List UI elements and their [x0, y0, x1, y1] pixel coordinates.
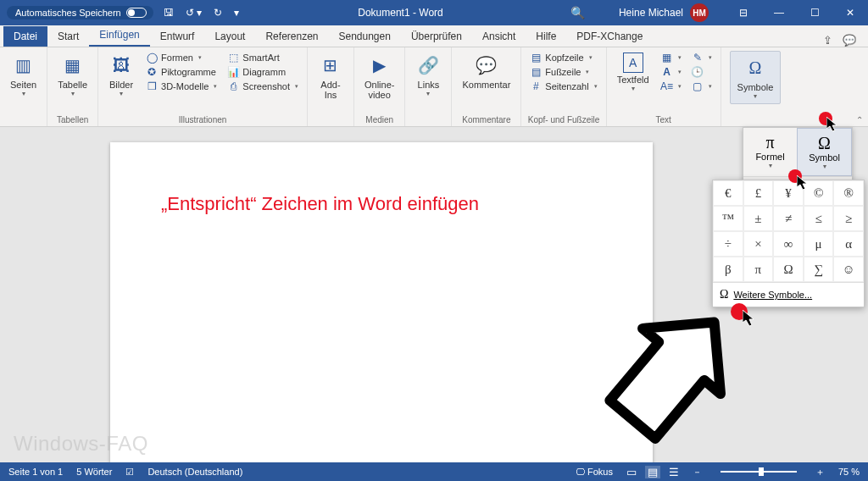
piktogramme-button[interactable]: ✪Piktogramme	[142, 65, 220, 79]
object-icon: ▢	[692, 80, 704, 92]
document-page[interactable]: „Entspricht“ Zeichen im Word einfügen	[110, 142, 653, 462]
3d-modelle-button[interactable]: ❒3D-Modelle▾	[142, 80, 220, 93]
zoom-out-icon[interactable]: －	[693, 466, 702, 478]
bilder-button[interactable]: 🖼 Bilder ▾	[103, 51, 139, 99]
symbol-button[interactable]: Ω Symbol ▾	[797, 128, 852, 176]
group-text: A Textfeld ▾ ▦▾ A▾ A≡▾ ✎▾ 🕒 ▢▾ Text	[607, 47, 721, 126]
smartart-icon: ⬚	[227, 52, 239, 64]
addins-button[interactable]: ⊞ Add- Ins	[313, 51, 348, 102]
tab-referenzen[interactable]: Referenzen	[255, 26, 328, 47]
symbol-cell[interactable]: ×	[743, 231, 774, 257]
smartart-button[interactable]: ⬚SmartArt	[224, 51, 302, 64]
collapse-ribbon-icon[interactable]: ⌃	[856, 115, 863, 124]
symbol-cell[interactable]: μ	[804, 231, 834, 257]
read-mode-icon[interactable]: ▭	[626, 466, 637, 478]
symbol-cell[interactable]: ☺	[833, 257, 864, 282]
cursor-icon	[797, 175, 810, 196]
maximize-icon[interactable]: ☐	[797, 0, 832, 25]
links-button[interactable]: 🔗 Links ▾	[410, 51, 446, 99]
symbol-cell[interactable]: ≤	[804, 206, 834, 231]
shapes-icon: ◯	[146, 52, 158, 64]
symbol-cell[interactable]: ®	[833, 180, 864, 206]
kopfzeile-button[interactable]: ▤Kopfzeile▾	[526, 51, 600, 64]
symbol-cell[interactable]: ∞	[773, 231, 804, 257]
signature-icon: ✎	[692, 52, 704, 64]
kommentar-button[interactable]: 💬 Kommentar	[457, 51, 515, 91]
symbol-cell[interactable]: ≠	[773, 206, 804, 231]
symbol-cell[interactable]: ™	[713, 206, 743, 231]
ribbon-options-icon[interactable]: ⊟	[726, 0, 761, 25]
symbol-cell[interactable]: π	[743, 257, 774, 282]
pagenum-icon: #	[530, 80, 542, 92]
proofing-icon[interactable]: ☑	[125, 467, 134, 478]
dropcap-icon: A≡	[661, 80, 673, 92]
tab-einfuegen[interactable]: Einfügen	[89, 25, 149, 47]
formen-button[interactable]: ◯Formen▾	[142, 51, 220, 64]
undo-icon[interactable]: ↺ ▾	[186, 7, 202, 19]
comments-icon[interactable]: 💬	[843, 34, 856, 47]
symbol-cell[interactable]: ≥	[833, 206, 864, 231]
tab-layout[interactable]: Layout	[204, 26, 255, 47]
symbole-button[interactable]: Ω Symbole ▾	[730, 51, 782, 104]
zoom-slider[interactable]	[721, 471, 797, 473]
dropcap-button[interactable]: A≡▾	[658, 80, 685, 93]
focus-mode[interactable]: 🖵 Fokus	[576, 467, 613, 477]
symbol-cell[interactable]: ±	[743, 206, 774, 231]
group-links: 🔗 Links ▾	[405, 47, 452, 126]
symbol-cell[interactable]: £	[743, 180, 774, 206]
tab-ansicht[interactable]: Ansicht	[472, 26, 526, 47]
language-status[interactable]: Deutsch (Deutschland)	[147, 467, 242, 477]
symbol-cell[interactable]: €	[713, 180, 743, 206]
fusszeile-button[interactable]: ▤Fußzeile▾	[526, 65, 600, 79]
word-count[interactable]: 5 Wörter	[76, 467, 112, 477]
zoom-level[interactable]: 75 %	[838, 467, 860, 477]
symbol-cell[interactable]: α	[833, 231, 864, 257]
share-icon[interactable]: ⇪	[823, 34, 832, 47]
tabelle-button[interactable]: ▦ Tabelle ▾	[53, 51, 92, 99]
symbol-cell[interactable]: ∑	[804, 257, 834, 282]
object-button[interactable]: ▢▾	[688, 80, 715, 93]
symbol-cell[interactable]: ÷	[713, 231, 743, 257]
symbol-cell[interactable]: β	[713, 257, 743, 282]
seitenzahl-button[interactable]: #Seitenzahl▾	[526, 80, 600, 93]
cube-icon: ❒	[146, 80, 158, 92]
watermark: Windows-FAQ	[14, 432, 148, 456]
toggle-icon	[126, 8, 147, 18]
tab-hilfe[interactable]: Hilfe	[526, 26, 566, 47]
user-area[interactable]: Heine Michael HM	[619, 3, 709, 22]
group-symbole: Ω Symbole ▾	[721, 47, 790, 126]
autosave-toggle[interactable]: Automatisches Speichern	[7, 6, 153, 19]
page-status[interactable]: Seite 1 von 1	[8, 467, 63, 477]
print-layout-icon[interactable]: ▤	[645, 466, 660, 478]
seiten-button[interactable]: ▥ Seiten ▾	[5, 51, 42, 99]
quick-access-toolbar: 🖫 ↺ ▾ ↻ ▾	[164, 7, 239, 19]
datetime-button[interactable]: 🕒	[688, 65, 715, 79]
titlebar: Automatisches Speichern 🖫 ↺ ▾ ↻ ▾ Dokume…	[0, 0, 868, 25]
pages-icon: ▥	[11, 53, 36, 78]
minimize-icon[interactable]: —	[761, 0, 797, 25]
screenshot-button[interactable]: ⎙Screenshot▾	[224, 80, 302, 93]
zoom-in-icon[interactable]: ＋	[815, 466, 825, 478]
chevron-down-icon: ▾	[426, 90, 430, 97]
group-kommentare: 💬 Kommentar Kommentare	[452, 47, 521, 126]
quickparts-button[interactable]: ▦▾	[658, 51, 685, 64]
save-icon[interactable]: 🖫	[164, 7, 174, 19]
diagramm-button[interactable]: 📊Diagramm	[224, 65, 302, 79]
symbol-cell[interactable]: Ω	[773, 257, 804, 282]
web-layout-icon[interactable]: ☰	[669, 466, 679, 478]
onlinevideo-button[interactable]: ▶ Online- video	[359, 51, 399, 102]
signature-button[interactable]: ✎▾	[688, 51, 715, 64]
formel-button[interactable]: π Formel ▾	[743, 128, 797, 176]
tab-sendungen[interactable]: Sendungen	[329, 26, 401, 47]
close-icon[interactable]: ✕	[832, 0, 868, 25]
wordart-button[interactable]: A▾	[658, 65, 685, 79]
big-arrow-illustration	[593, 296, 754, 461]
tab-ueberpruefen[interactable]: Überprüfen	[401, 26, 472, 47]
tab-datei[interactable]: Datei	[3, 26, 47, 47]
redo-icon[interactable]: ↻	[214, 7, 222, 19]
tab-pdfx[interactable]: PDF-XChange	[566, 26, 653, 47]
tab-start[interactable]: Start	[47, 26, 89, 47]
tab-entwurf[interactable]: Entwurf	[150, 26, 205, 47]
textfeld-button[interactable]: A Textfeld ▾	[612, 51, 654, 94]
search-icon[interactable]: 🔍	[570, 6, 585, 19]
